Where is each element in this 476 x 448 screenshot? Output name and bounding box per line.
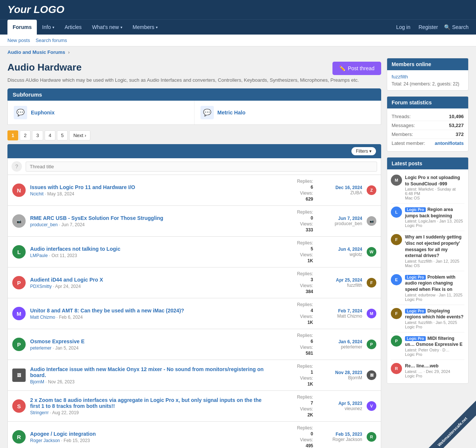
subforums-section: Subforums [7, 88, 381, 101]
reply-count: 5 [311, 246, 313, 251]
thread-title[interactable]: Apogee / Logic integration [30, 431, 271, 437]
subforum-euphonix[interactable]: 💬 Euphonix [8, 101, 194, 124]
thread-title[interactable]: Issues with Logic Pro 11 and Hardware I/… [30, 184, 271, 190]
reply-count: 0 [311, 431, 313, 436]
view-count: 1K [308, 382, 313, 387]
post-thread-button[interactable]: ✏️ Post thread [332, 62, 381, 75]
thread-author[interactable]: LMPaule [30, 253, 48, 258]
thread-title[interactable]: Audio Interface issue with new Mackie On… [30, 366, 271, 378]
avatar: 🖼 [12, 369, 26, 382]
last-user: Roger Jackson [332, 437, 362, 442]
thread-author[interactable]: Matt Chizmo [30, 315, 55, 320]
latest-post-sub: Latest: Markdvc · Sunday at 6:48 PM Mac … [405, 187, 464, 200]
thread-meta: Ncichit · May 18, 2024 [30, 191, 74, 197]
reply-count: 0 [311, 215, 313, 221]
list-item: F Logic ProDisplaying regions which hide… [391, 305, 464, 332]
avatar: S [12, 399, 26, 413]
avatar: N [12, 184, 26, 197]
filters-button[interactable]: Filters ▾ [351, 147, 376, 155]
subforum-name-metric-halo[interactable]: Metric Halo [218, 110, 245, 116]
latest-post-title[interactable]: Logic ProDisplaying regions which hide e… [405, 308, 463, 320]
latest-post-title[interactable]: Re… line….web [405, 363, 438, 369]
header-nav: Forums Info ▾ Articles What's new ▾ Memb… [0, 19, 476, 35]
new-posts-link[interactable]: New posts [7, 36, 30, 45]
latest-post-info: Re… line….web Latest: … · Dec 29, 2024 L… [405, 363, 464, 378]
latest-post-sub: Latest: … · Dec 29, 2024 Logic Pro [405, 369, 464, 378]
search-button[interactable]: 🔍 Search [444, 24, 469, 30]
reply-count: 3 [311, 277, 313, 282]
thread-title[interactable]: 2 x Zoom tac 8 audio interfaces via aggr… [30, 397, 271, 409]
last-date: Jun 4, 2024 [338, 247, 362, 252]
latest-post-info: Logic ProProblem with audio region chang… [405, 274, 464, 302]
page-2-button[interactable]: 2 [20, 130, 30, 140]
avatar: E [391, 274, 402, 285]
thread-author[interactable]: Roger Jackson [30, 438, 60, 443]
forum-stats-box: Forum statistics Threads: 10,496 Message… [387, 96, 469, 152]
thread-author[interactable]: peterlemer [30, 345, 51, 351]
last-avatar: F [367, 278, 376, 288]
nav-members[interactable]: Members ▾ [128, 20, 163, 35]
next-page-button[interactable]: Next › [69, 130, 90, 140]
thread-search-input[interactable] [26, 162, 377, 172]
latest-member-link[interactable]: antoniflotats [435, 140, 464, 146]
thread-last: Apr 25, 2024 fuzzfilth [318, 277, 362, 288]
thread-content: Unitor 8 and AMT 8: Can they be used wit… [30, 308, 271, 320]
thread-title[interactable]: Osmose Expressive E [30, 338, 271, 344]
thread-author[interactable]: PDXSmitty [30, 284, 52, 289]
table-row: M Unitor 8 and AMT 8: Can they be used w… [7, 298, 381, 329]
latest-post-title[interactable]: Why am I suddenly getting 'disc not ejec… [405, 234, 461, 258]
table-row: 📷 RME ARC USB - SysEx Solution For Those… [7, 206, 381, 237]
stat-row-threads: Threads: 10,496 [392, 112, 464, 121]
logo: Your LOGO [7, 4, 64, 16]
thread-content: 2 x Zoom tac 8 audio interfaces via aggr… [30, 397, 271, 415]
chevron-down-icon: ▾ [52, 25, 54, 29]
page-5-button[interactable]: 5 [57, 130, 68, 140]
thread-last: Jun 7, 2024 producer_ben [318, 216, 362, 226]
thread-title[interactable]: Audio interfaces not talking to Logic [30, 246, 271, 252]
page-3-button[interactable]: 3 [32, 130, 43, 140]
login-link[interactable]: Log in [394, 21, 412, 33]
logic-pro-badge: Logic Pro [405, 207, 426, 212]
thread-author[interactable]: BjornM [30, 379, 44, 384]
page-4-button[interactable]: 4 [45, 130, 55, 140]
sidebar: Members online fuzzfilth Total: 24 (memb… [387, 58, 469, 448]
stat-row-latest-member: Latest member: antoniflotats [392, 139, 464, 147]
nav-forums[interactable]: Forums [7, 20, 37, 35]
table-row: P Audient iD44 and Logic Pro X PDXSmitty… [7, 267, 381, 298]
search-forums-link[interactable]: Search forums [36, 36, 67, 45]
page-1-button[interactable]: 1 [7, 130, 18, 140]
nav-info[interactable]: Info ▾ [37, 20, 59, 35]
subforum-metric-halo[interactable]: 💬 Metric Halo [194, 101, 381, 124]
online-user-link[interactable]: fuzzfilth [392, 74, 464, 79]
thread-title[interactable]: Unitor 8 and AMT 8: Can they be used wit… [30, 308, 271, 314]
latest-post-title[interactable]: Logic ProProblem with audio region chang… [405, 275, 455, 292]
thread-author[interactable]: Ncichit [30, 191, 44, 197]
subforum-name-euphonix[interactable]: Euphonix [31, 110, 55, 116]
latest-post-title[interactable]: Logic ProRegion area jumps back beginnin… [405, 207, 453, 218]
thread-stats: Replies: 1 Views: 1K [276, 364, 313, 387]
latest-posts-header: Latest posts [387, 158, 468, 169]
thread-author[interactable]: Stringerrr [30, 410, 49, 415]
avatar: L [391, 207, 402, 218]
latest-post-info: Why am I suddenly getting 'disc not ejec… [405, 234, 464, 267]
view-count: 333 [306, 227, 313, 233]
view-count: 1K [308, 258, 313, 263]
thread-last: Feb 15, 2023 Roger Jackson [318, 432, 362, 442]
thread-content: Audio Interface issue with new Mackie On… [30, 366, 271, 384]
latest-post-title[interactable]: Logic Pro x not uploading to SoundCloud … [405, 175, 460, 186]
nav-articles[interactable]: Articles [60, 20, 87, 35]
thread-title[interactable]: RME ARC USB - SysEx Solution For Those S… [30, 215, 271, 221]
register-link[interactable]: Register [416, 21, 440, 33]
table-row: S 2 x Zoom tac 8 audio interfaces via ag… [7, 391, 381, 422]
reply-count: 4 [311, 308, 313, 313]
latest-post-title[interactable]: Logic ProMIDI filtering us… Osmose Expre… [405, 336, 463, 347]
stat-label: Members: [392, 132, 413, 137]
latest-post-info: Logic Pro x not uploading to SoundCloud … [405, 175, 464, 200]
thread-title[interactable]: Audient iD44 and Logic Pro X [30, 277, 271, 283]
thread-author[interactable]: producer_ben [30, 222, 58, 227]
stat-value: 53,227 [449, 123, 464, 128]
breadcrumb-parent[interactable]: Audio and Music Forums [7, 49, 65, 55]
view-count: 581 [306, 351, 313, 356]
online-total: Total: 24 (members: 2, guests: 22) [392, 81, 464, 87]
nav-whats-new[interactable]: What's new ▾ [87, 20, 128, 35]
